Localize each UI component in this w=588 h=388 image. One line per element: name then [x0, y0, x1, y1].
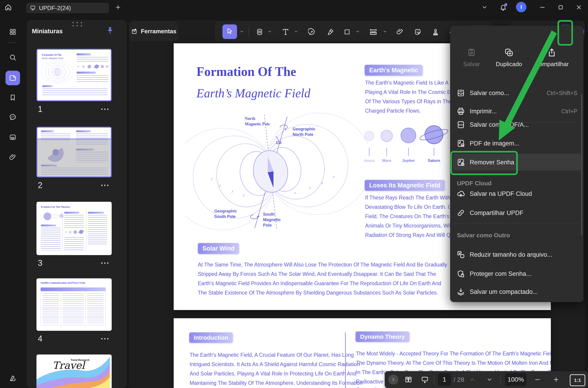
measure-tool-button[interactable]: [367, 26, 380, 38]
menu-item-reduzir[interactable]: Reduzir tamanho do arquivo...: [453, 247, 581, 262]
printer-icon: [456, 107, 465, 116]
presentation-button[interactable]: [419, 375, 430, 385]
menu-scrollbar[interactable]: [581, 94, 582, 236]
two-page-icon: [404, 376, 412, 384]
titlebar: UPDF-2(24) I: [0, 0, 588, 20]
thumbnail-2-number: 2: [38, 181, 42, 190]
sidebar-item-pen-settings[interactable]: [8, 373, 18, 383]
svg-text:North: North: [245, 116, 255, 121]
svg-text:Saturn: Saturn: [428, 158, 440, 163]
chevron-down-icon: [481, 4, 488, 10]
sidebar-item-search[interactable]: [8, 52, 18, 62]
menu-item-proteger[interactable]: Proteger com Senha...: [453, 267, 581, 281]
tabs-dropdown-button[interactable]: [479, 2, 490, 12]
save-icon: [467, 48, 476, 57]
menu-item-imprimir[interactable]: Imprimir... Ctrl+P: [453, 104, 581, 119]
new-tab-button[interactable]: [113, 2, 123, 12]
badge-loses-field: Loses Its Magnetic Field: [365, 180, 445, 191]
next-page-button[interactable]: [485, 375, 494, 385]
shape-tool-button[interactable]: [341, 26, 353, 38]
sidebar-item-thumbnails[interactable]: [5, 71, 20, 85]
tools-button[interactable]: Ferramentas: [129, 22, 178, 41]
menu-quick-salvar[interactable]: Salvar: [452, 48, 491, 68]
panel-drag-handle[interactable]: [72, 22, 82, 26]
menu-item-compactado[interactable]: Salvar um compactado...: [453, 285, 581, 299]
comment-tool-button[interactable]: [306, 26, 318, 38]
measure-tool-chevron[interactable]: [382, 29, 387, 34]
sidebar-item-bookmarks[interactable]: [8, 93, 18, 103]
sidebar-item-comments[interactable]: [8, 112, 18, 122]
select-tool-chevron[interactable]: [239, 29, 244, 34]
menu-item-salvar-como[interactable]: Salvar como... Ctrl+Shift+S: [453, 86, 581, 100]
close-button[interactable]: [574, 2, 584, 12]
avatar[interactable]: I: [516, 2, 526, 12]
notifications-button[interactable]: [498, 2, 508, 12]
thumbnail-3-menu[interactable]: [101, 262, 109, 264]
select-tool-button[interactable]: [222, 24, 237, 39]
menu-section-updf-cloud: UPDF Cloud: [457, 180, 492, 187]
thumbnail-1-menu[interactable]: [101, 109, 109, 110]
viewport-indicator-line: [37, 139, 111, 139]
text-tool-button[interactable]: [280, 26, 291, 38]
shape-tool-chevron[interactable]: [355, 29, 360, 34]
zoom-out-button[interactable]: [532, 375, 542, 385]
comment-icon: [9, 113, 17, 121]
monitor-icon: [30, 5, 36, 11]
page-layout-button[interactable]: [403, 375, 414, 385]
attach-tool-button[interactable]: [394, 26, 406, 38]
sticker-tool-button[interactable]: [412, 26, 423, 38]
compress-icon: [456, 288, 465, 296]
home-button[interactable]: [3, 2, 13, 12]
stamp-tool-button[interactable]: [430, 26, 441, 38]
document-tab[interactable]: UPDF-2(24): [26, 3, 109, 13]
menu-item-salvar-cloud[interactable]: Salvar na UPDF Cloud: [453, 187, 581, 201]
zoom-level-input[interactable]: 100%: [505, 373, 526, 386]
share-icon: [547, 48, 557, 57]
menu-divider-2: [454, 223, 579, 223]
thumbnail-2-dim-overlay: [37, 139, 111, 177]
pin-button[interactable]: [105, 26, 115, 36]
grid-icon: [9, 28, 17, 36]
chevron-right-icon: [391, 377, 396, 382]
thumbnail-page-2[interactable]: [36, 127, 112, 177]
sidebar-item-export[interactable]: [8, 132, 18, 142]
text-tool-chevron[interactable]: [294, 29, 299, 34]
expand-bar-button[interactable]: [388, 375, 398, 385]
maximize-icon: [557, 4, 564, 11]
actual-size-button[interactable]: 1:1: [570, 374, 585, 386]
ruler-icon: [369, 27, 378, 36]
menu-item-salvar-pdfa[interactable]: PDF/A Salvar como PDF/A...: [453, 117, 581, 132]
column-divider: [345, 332, 346, 388]
thumbnail-2-menu[interactable]: [101, 185, 109, 186]
zoom-in-button[interactable]: [551, 375, 561, 385]
svg-text:South Pole: South Pole: [214, 214, 236, 219]
pdf-image-icon: [456, 139, 465, 148]
thumbnail-page-1[interactable]: Formation Of The Earth's Magnetic Field: [36, 49, 112, 101]
thumbnail-4-menu[interactable]: [101, 338, 109, 340]
maximize-button[interactable]: [556, 2, 566, 12]
menu-item-pdf-imagem[interactable]: PDF de imagem...: [453, 136, 581, 151]
svg-text:Geographic: Geographic: [293, 127, 315, 131]
previous-page-button[interactable]: [467, 375, 477, 385]
page-number-input[interactable]: 1: [438, 373, 451, 386]
thumbnail-page-5[interactable]: Trend Research Travel: [36, 355, 112, 388]
thumbnail-page-3[interactable]: Evidence For The Theories: [36, 202, 112, 255]
pen-tool-button[interactable]: [325, 26, 336, 38]
badge-earths-magnetic: Earth's Magnetic: [365, 65, 423, 76]
notification-dot: [504, 3, 507, 6]
menu-quick-compartilhar[interactable]: Compartilhar: [529, 48, 575, 68]
svg-text:South: South: [263, 212, 275, 217]
sidebar-item-attachments[interactable]: [8, 152, 18, 162]
sidebar-divider: [9, 42, 17, 43]
sidebar-item-grid[interactable]: [8, 27, 18, 37]
thumbnail-page-4[interactable]: Satellite Communications And Power Grids: [36, 278, 112, 331]
header-tool-button[interactable]: [254, 26, 265, 38]
mini-planets: [76, 64, 110, 71]
menu-item-compartilhar-updf[interactable]: Compartilhar UPDF: [453, 206, 581, 220]
home-icon: [4, 3, 12, 11]
header-tool-chevron[interactable]: [267, 29, 272, 34]
menu-quick-duplicado[interactable]: Duplicado: [489, 48, 529, 68]
comment-tool-icon: [308, 28, 316, 36]
minimize-button[interactable]: [537, 2, 547, 12]
bookmark-icon: [9, 94, 17, 101]
